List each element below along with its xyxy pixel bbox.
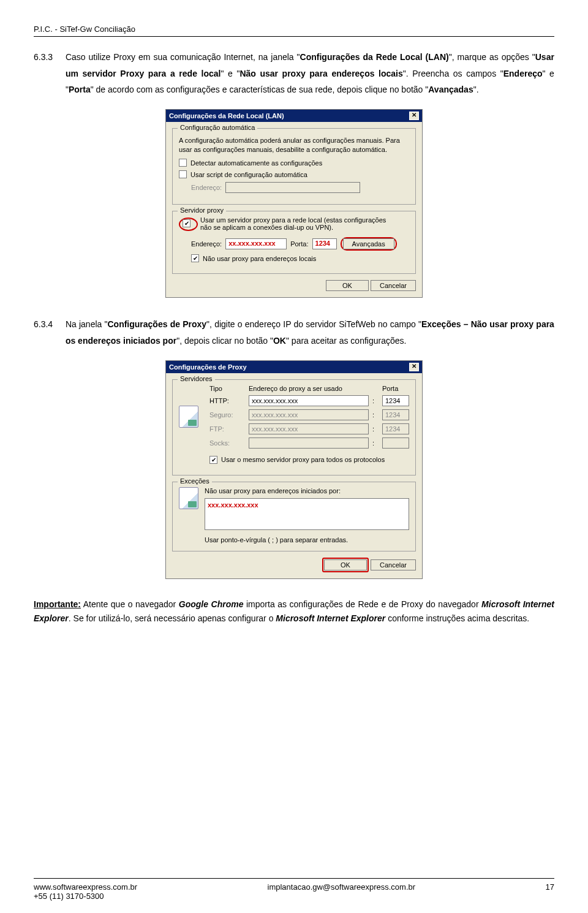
page-number: 17 — [546, 882, 554, 901]
dialog-titlebar: Configurações da Rede Local (LAN) ✕ — [166, 110, 422, 122]
hint-text: Usar ponto-e-vírgula ( ; ) para separar … — [205, 536, 409, 544]
text-bold: Configurações da Rede Local (LAN) — [300, 52, 449, 62]
exceptions-fieldset: Exceções Não usar proxy para endereços i… — [172, 482, 416, 551]
ok-button[interactable]: OK — [326, 280, 369, 291]
checkbox-use-proxy[interactable]: ✔ — [183, 219, 190, 227]
exception-value: xxx.xxx.xxx.xxx — [208, 501, 258, 509]
advanced-button[interactable]: Avançadas — [343, 238, 394, 249]
paragraph-633: 6.3.3 Caso utilize Proxy em sua comunica… — [34, 49, 554, 98]
server-icon — [179, 406, 198, 428]
text-bold: Porta — [69, 85, 91, 94]
text-bold: Avançadas — [428, 85, 473, 94]
note-label: Importante: — [34, 599, 81, 609]
label-seguro: Seguro: — [209, 411, 245, 419]
text: ", digite o endereço IP do servidor SiTe… — [206, 319, 421, 329]
header-rule — [34, 36, 554, 37]
exception-icon — [179, 487, 198, 509]
cancel-button[interactable]: Cancelar — [371, 280, 416, 291]
footer-url: www.softwareexpress.com.br — [34, 882, 137, 892]
text: ". — [473, 85, 479, 94]
label-http: HTTP: — [209, 397, 245, 404]
col-header-tipo: Tipo — [209, 385, 245, 392]
secure-address-input — [249, 409, 369, 420]
label-endereco: Endereço: — [191, 240, 222, 248]
fieldset-legend: Exceções — [178, 477, 212, 485]
checkbox-label: Usar um servidor proxy para a rede local… — [200, 216, 386, 224]
lan-settings-dialog: Configurações da Rede Local (LAN) ✕ Conf… — [165, 109, 423, 298]
text: importa as configurações de Rede e de Pr… — [243, 599, 481, 609]
servers-fieldset: Servidores Tipo Endereço do proxy a ser … — [172, 379, 416, 475]
dialog-title-text: Configurações da Rede Local (LAN) — [169, 112, 284, 119]
label-socks: Socks: — [209, 439, 245, 447]
text-bold: Não usar proxy para endereços locais — [239, 69, 402, 78]
label-endereco: Endereço: — [191, 184, 222, 191]
checkbox-use-script[interactable] — [179, 170, 187, 178]
text-bold: Configurações de Proxy — [107, 319, 206, 329]
checkbox-label: Detectar automaticamente as configuraçõe… — [190, 159, 322, 167]
text: ". Preencha os campos " — [403, 69, 503, 78]
text: Na janela " — [66, 319, 108, 329]
close-icon[interactable]: ✕ — [409, 112, 419, 120]
description-text: A configuração automática poderá anular … — [179, 136, 409, 154]
page-footer: www.softwareexpress.com.br +55 (11) 3170… — [34, 878, 554, 901]
cancel-button[interactable]: Cancelar — [371, 559, 416, 570]
label-exceptions: Não usar proxy para endereços iniciados … — [205, 487, 409, 494]
text: " e " — [221, 69, 239, 78]
paragraph-634: 6.3.4 Na janela "Configurações de Proxy"… — [34, 316, 554, 349]
checkbox-bypass-local[interactable]: ✔ — [191, 254, 199, 262]
proxy-server-fieldset: Servidor proxy ✔ Usar um servidor proxy … — [172, 211, 416, 274]
section-number: 6.3.3 — [34, 49, 63, 66]
proxy-settings-dialog: Configurações de Proxy ✕ Servidores Tipo… — [165, 360, 423, 579]
text: Caso utilize Proxy em sua comunicação In… — [66, 52, 300, 62]
text: conforme instruções acima descritas. — [385, 613, 529, 623]
fieldset-legend: Configuração automática — [178, 124, 257, 131]
checkbox-label: Usar o mesmo servidor proxy para todos o… — [221, 456, 385, 463]
socks-port-input — [382, 438, 409, 449]
col-header-endereco: Endereço do proxy a ser usado — [249, 385, 369, 392]
footer-email: implantacao.gw@softwareexpress.com.br — [268, 882, 416, 901]
label-porta: Porta: — [290, 240, 308, 248]
text: . Se for utilizá-lo, será necessário ape… — [69, 613, 276, 623]
text-bold: Endereço — [503, 69, 543, 78]
http-port-input[interactable] — [382, 395, 409, 406]
text: ", depois clicar no botão " — [176, 336, 273, 346]
close-icon[interactable]: ✕ — [409, 363, 419, 371]
socks-address-input — [249, 438, 369, 449]
text-ital: Google Chrome — [179, 599, 244, 609]
fieldset-legend: Servidor proxy — [178, 206, 226, 214]
http-address-input[interactable] — [249, 395, 369, 406]
checkbox-same-proxy[interactable]: ✔ — [209, 456, 217, 464]
script-address-input — [225, 182, 360, 193]
text: " para aceitar as configurações. — [286, 336, 406, 346]
section-number: 6.3.4 — [34, 316, 63, 333]
text: " de acordo com as configurações e carac… — [91, 85, 429, 94]
footer-phone: +55 (11) 3170-5300 — [34, 892, 137, 901]
ftp-port-input — [382, 423, 409, 434]
secure-port-input — [382, 409, 409, 420]
ftp-address-input — [249, 423, 369, 434]
text-ital: Microsoft Internet Explorer — [276, 613, 385, 623]
checkbox-label: não se aplicam a conexões dial-up ou VPN… — [200, 224, 386, 231]
checkbox-detect-auto[interactable] — [179, 159, 187, 167]
auto-config-fieldset: Configuração automática A configuração a… — [172, 128, 416, 205]
text: Atente que o navegador — [81, 599, 179, 609]
checkbox-label: Usar script de configuração automática — [190, 171, 307, 178]
exceptions-textarea[interactable]: xxx.xxx.xxx.xxx — [205, 498, 409, 530]
label-ftp: FTP: — [209, 425, 245, 433]
header-title: P.I.C. - SiTef-Gw Conciliação — [34, 25, 554, 34]
ok-button[interactable]: OK — [324, 559, 367, 570]
proxy-port-input[interactable]: 1234 — [312, 238, 337, 249]
fieldset-legend: Servidores — [178, 375, 215, 382]
col-header-porta: Porta — [382, 385, 409, 392]
checkbox-label: Não usar proxy para endereços locais — [203, 255, 316, 262]
important-note: Importante: Atente que o navegador Googl… — [34, 597, 554, 627]
text-bold: OK — [273, 336, 286, 346]
proxy-address-input[interactable]: xx.xxx.xxx.xxx — [225, 238, 287, 249]
dialog-titlebar: Configurações de Proxy ✕ — [166, 361, 422, 373]
dialog-title-text: Configurações de Proxy — [169, 363, 247, 371]
text: ", marque as opções " — [449, 52, 535, 62]
